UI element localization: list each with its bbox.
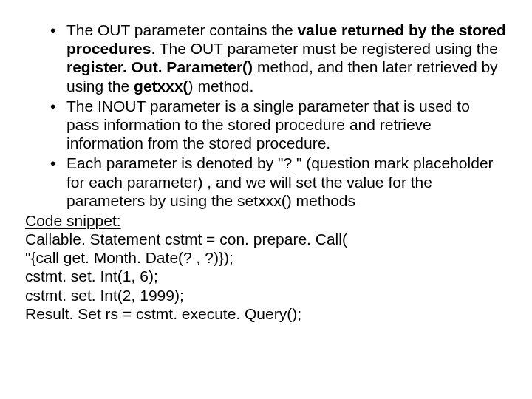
bullet-text: The OUT parameter contains the (66, 21, 297, 38)
bullet-text: . The OUT parameter must be registered u… (151, 40, 498, 57)
bullet-text: ) method. (188, 78, 254, 95)
bullet-bold: register. Out. Parameter() (66, 58, 253, 75)
code-line: cstmt. set. Int(1, 6); (25, 267, 507, 285)
code-line: Callable. Statement cstmt = con. prepare… (25, 230, 507, 248)
code-line: Result. Set rs = cstmt. execute. Query()… (25, 304, 507, 323)
list-item: The INOUT parameter is a single paramete… (53, 97, 507, 153)
code-snippet-block: Code snippet: Callable. Statement cstmt … (25, 211, 507, 323)
list-item: The OUT parameter contains the value ret… (53, 21, 507, 95)
code-heading: Code snippet: (25, 211, 507, 230)
code-line: cstmt. set. Int(2, 1999); (25, 286, 507, 304)
bullet-text: Each parameter is denoted by "? " (quest… (66, 154, 494, 208)
code-heading-text: Code snippet: (25, 212, 121, 229)
bullet-text: The INOUT parameter is a single paramete… (66, 98, 470, 151)
bullet-list: The OUT parameter contains the value ret… (25, 21, 507, 210)
code-line: "{call get. Month. Date(? , ?)}); (25, 248, 507, 267)
slide: The OUT parameter contains the value ret… (0, 0, 532, 399)
list-item: Each parameter is denoted by "? " (quest… (53, 154, 507, 210)
bullet-bold: getxxx( (134, 78, 188, 95)
